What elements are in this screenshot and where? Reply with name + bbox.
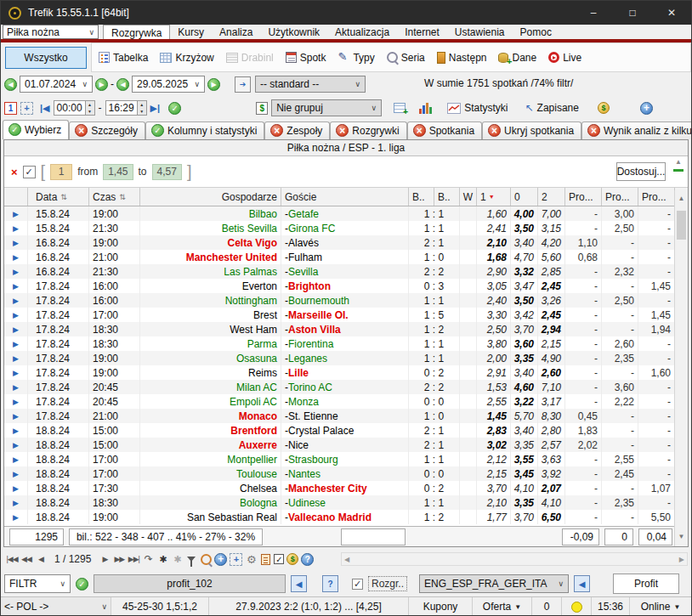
table-add-icon[interactable]	[394, 103, 406, 113]
checkbox-icon[interactable]	[274, 554, 284, 564]
table-row[interactable]: 17.8.24 19:00 Reims Lille 0 : 2 2,91 3,4…	[4, 365, 676, 380]
header-pro-3[interactable]: Pro...	[638, 188, 675, 206]
filter-funnel-icon[interactable]	[185, 552, 197, 566]
row-expand-icon[interactable]	[4, 279, 28, 293]
table-row[interactable]: 18.8.24 15:00 Brentford Crystal Palace 2…	[4, 423, 676, 438]
question-icon[interactable]: ?	[322, 575, 338, 592]
filter-tab[interactable]: Kolumny i statystyki	[145, 122, 264, 139]
fast-prev-button[interactable]: ◀◀	[20, 552, 32, 566]
menu-tab[interactable]: Rozgrywka	[103, 25, 170, 39]
table-row[interactable]: 15.8.24 19:00 Bilbao Getafe 1 : 1 1,60 4…	[4, 206, 676, 221]
search-icon[interactable]	[200, 552, 212, 566]
league-select[interactable]: ENG_ESP_FRA_GER_ITA∨	[419, 574, 569, 593]
bar-chart-icon[interactable]	[419, 103, 432, 114]
header-gospodarze[interactable]: Gospodarze	[140, 188, 281, 206]
header-odds-2[interactable]: 2	[538, 188, 565, 206]
menu-tab[interactable]: Pomoc	[513, 25, 559, 39]
maximize-button[interactable]: □	[613, 1, 652, 25]
stats-button[interactable]: Statystyki	[464, 102, 508, 114]
row-expand-icon[interactable]	[4, 250, 28, 264]
row-expand-icon[interactable]	[4, 221, 28, 235]
clipboard-icon[interactable]	[259, 552, 271, 566]
header-pro-2[interactable]: Pro...	[602, 188, 638, 206]
skip-end-icon[interactable]: ▶|	[150, 103, 161, 114]
load-league-icon[interactable]: ◀	[574, 575, 590, 592]
row-expand-icon[interactable]	[4, 380, 28, 394]
date-from-select[interactable]: 01.07.2024∨	[20, 76, 93, 93]
menu-tab[interactable]: Użytkownik	[260, 25, 327, 39]
add-icon[interactable]	[640, 102, 653, 115]
range-from-chip[interactable]: 1,45	[103, 164, 133, 180]
fit-icon[interactable]	[20, 102, 33, 115]
group-select[interactable]: Nie grupuj∨	[271, 99, 382, 116]
date-to-next-icon[interactable]: ▶	[207, 78, 220, 91]
filter-tab[interactable]: Spotkania	[407, 122, 482, 139]
table-row[interactable]: 15.8.24 21:30 Betis Sevilla Girona FC 1 …	[4, 221, 676, 235]
filter-tab[interactable]: Szczegóły	[69, 122, 145, 139]
filter-tab[interactable]: Ukryj spotkania	[482, 122, 581, 139]
fast-next-button[interactable]: ▶▶	[113, 552, 125, 566]
coins-icon[interactable]	[598, 102, 610, 114]
filtr-select[interactable]: FILTR∨	[4, 574, 71, 593]
toolbar-item[interactable]: Live	[548, 52, 581, 64]
close-button[interactable]: ✕	[652, 1, 691, 25]
toolbar-item[interactable]: Drabinl	[226, 52, 274, 64]
table-row[interactable]: 18.8.24 18:30 Bologna Udinese 1 : 1 2,10…	[4, 495, 676, 510]
rozgr-label[interactable]: Rozgr..	[368, 576, 407, 591]
table-row[interactable]: 17.8.24 17:00 Brest Marseille Ol. 1 : 5 …	[4, 308, 676, 322]
table-row[interactable]: 17.8.24 19:00 Osasuna Leganes 1 : 1 2,00…	[4, 351, 676, 365]
row-expand-icon[interactable]	[4, 365, 28, 380]
time-to-input[interactable]: 16:29	[105, 100, 138, 116]
menu-tab[interactable]: Ustawienia	[447, 25, 513, 39]
row-expand-icon[interactable]	[4, 438, 28, 452]
row-expand-icon[interactable]	[4, 452, 28, 466]
header-goscie[interactable]: Goście	[281, 188, 409, 206]
scroll-down-icon[interactable]: ▼	[675, 530, 688, 543]
row-expand-icon[interactable]	[4, 322, 28, 336]
sport-select[interactable]: Piłka nożna ∨	[3, 25, 99, 39]
filter-tab[interactable]: Rozgrywki	[330, 122, 406, 139]
row-expand-icon[interactable]	[4, 308, 28, 322]
row-expand-icon[interactable]	[4, 336, 28, 351]
table-row[interactable]: 17.8.24 20:45 Milan AC Torino AC 2 : 2 1…	[4, 380, 676, 394]
horizontal-scrollbar[interactable]: ◀ ▶	[341, 552, 688, 566]
header-czas[interactable]: Czas	[89, 188, 140, 206]
row-expand-icon[interactable]	[4, 394, 28, 409]
load-profile-icon[interactable]: ◀	[291, 575, 307, 592]
filter-tab[interactable]: Wynik analiz z kilku	[581, 122, 692, 139]
cursor-icon[interactable]	[525, 102, 534, 114]
menu-tab[interactable]: Aktualizacja	[327, 25, 397, 39]
time-from-stepper[interactable]: ▲▼	[85, 100, 95, 116]
filter-tab[interactable]: Zespoły	[264, 122, 330, 139]
header-odds-1[interactable]: 1	[477, 188, 511, 206]
table-row[interactable]: 17.8.24 16:00 Everton Brighton 0 : 3 3,0…	[4, 279, 676, 293]
date-from-next-icon[interactable]: ▶	[95, 78, 108, 91]
row-expand-icon[interactable]	[4, 495, 28, 510]
first-record-button[interactable]: |◀◀	[6, 552, 18, 566]
row-expand-icon[interactable]	[4, 293, 28, 308]
help-icon[interactable]: ?	[301, 553, 314, 566]
preset-select[interactable]: -- standard --∨	[255, 76, 366, 93]
table-row[interactable]: 17.8.24 18:30 Parma Fiorentina 1 : 1 3,8…	[4, 336, 676, 351]
time-to-stepper[interactable]: ▲▼	[137, 100, 147, 116]
header-data[interactable]: Data	[28, 188, 89, 206]
row-expand-icon[interactable]	[4, 206, 28, 221]
table-row[interactable]: 16.8.24 19:00 Celta Vigo Alavés 2 : 1 2,…	[4, 235, 676, 250]
next-record-button[interactable]: ▶	[99, 552, 111, 566]
date-to-prev-icon[interactable]: ◀	[116, 78, 129, 91]
row-expand-icon[interactable]	[4, 466, 28, 481]
money-icon[interactable]	[256, 102, 268, 115]
time-from-input[interactable]: 00:00	[54, 100, 86, 116]
row-expand-icon[interactable]	[4, 423, 28, 438]
menu-tab[interactable]: Analiza	[212, 25, 260, 39]
oferta-menu[interactable]: Oferta▼	[473, 597, 532, 616]
table-row[interactable]: 17.8.24 21:00 Monaco St. Etienne 1 : 0 1…	[4, 409, 676, 423]
pol-select[interactable]: <- POL ->∨	[1, 597, 111, 616]
fit-view-icon[interactable]	[230, 553, 242, 566]
table-row[interactable]: 16.8.24 21:00 Manchester United Fulham 1…	[4, 250, 676, 264]
rozgr-checkbox[interactable]	[352, 579, 363, 590]
skip-start-icon[interactable]: |◀	[40, 103, 50, 114]
table-row[interactable]: 17.8.24 16:00 Nottingham Bournemouth 1 :…	[4, 293, 676, 308]
filter-tab[interactable]: Wybierz	[3, 120, 69, 139]
range-checkbox[interactable]	[23, 166, 36, 178]
